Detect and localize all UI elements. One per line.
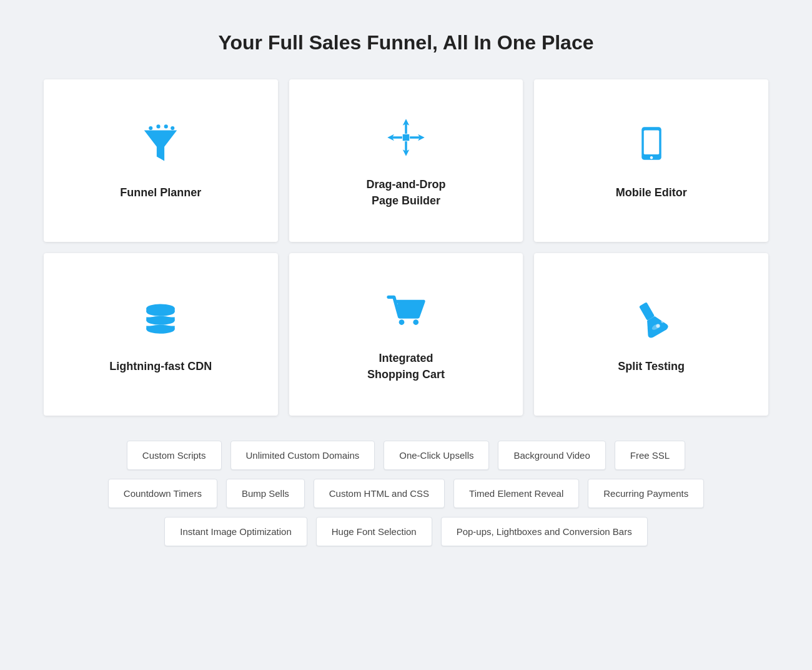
- tags-row-2: Countdown Timers Bump Sells Custom HTML …: [44, 479, 768, 508]
- card-drag-drop-label: Drag-and-Drop Page Builder: [366, 177, 445, 208]
- tag-custom-html-css: Custom HTML and CSS: [314, 479, 445, 508]
- card-cdn-label: Lightning-fast CDN: [109, 359, 212, 374]
- tag-recurring-payments: Recurring Payments: [588, 479, 704, 508]
- tag-popups-lightboxes: Pop-ups, Lightboxes and Conversion Bars: [441, 517, 648, 546]
- move-icon: [384, 116, 428, 159]
- flask-icon: [630, 298, 673, 341]
- tag-huge-font-selection: Huge Font Selection: [316, 517, 432, 546]
- svg-point-29: [661, 320, 663, 322]
- svg-point-2: [157, 124, 161, 128]
- tag-free-ssl: Free SSL: [615, 441, 685, 470]
- card-mobile-editor: Mobile Editor: [534, 79, 768, 242]
- tag-custom-scripts: Custom Scripts: [127, 441, 222, 470]
- card-drag-drop: Drag-and-Drop Page Builder: [289, 79, 523, 242]
- svg-point-24: [399, 319, 405, 325]
- card-shopping-cart: Integrated Shopping Cart: [289, 253, 523, 416]
- svg-point-19: [147, 308, 176, 316]
- svg-rect-6: [405, 124, 407, 134]
- tag-instant-image-optimization: Instant Image Optimization: [164, 517, 307, 546]
- feature-cards-grid: Funnel Planner: [44, 79, 768, 416]
- tag-one-click-upsells: One-Click Upsells: [384, 441, 489, 470]
- database-icon: [139, 298, 182, 341]
- card-cdn: Lightning-fast CDN: [44, 253, 278, 416]
- svg-point-21: [147, 316, 176, 325]
- tag-unlimited-domains: Unlimited Custom Domains: [230, 441, 375, 470]
- card-split-testing-label: Split Testing: [618, 359, 685, 374]
- svg-rect-12: [410, 137, 420, 139]
- card-split-testing: Split Testing: [534, 253, 768, 416]
- tags-row-1: Custom Scripts Unlimited Custom Domains …: [44, 441, 768, 470]
- mobile-icon: [630, 124, 673, 168]
- card-mobile-editor-label: Mobile Editor: [616, 185, 687, 201]
- svg-point-1: [149, 126, 153, 130]
- tag-background-video: Background Video: [498, 441, 605, 470]
- card-shopping-cart-label: Integrated Shopping Cart: [367, 351, 445, 382]
- svg-point-4: [171, 126, 175, 130]
- svg-point-23: [147, 325, 176, 334]
- card-funnel-planner-label: Funnel Planner: [120, 185, 201, 201]
- svg-rect-10: [392, 137, 402, 139]
- svg-point-16: [650, 156, 652, 159]
- tag-countdown-timers: Countdown Timers: [108, 479, 217, 508]
- svg-marker-0: [144, 130, 177, 161]
- svg-rect-8: [405, 141, 407, 151]
- funnel-icon: [139, 124, 182, 168]
- card-funnel-planner: Funnel Planner: [44, 79, 278, 242]
- svg-rect-15: [643, 130, 659, 154]
- cart-icon: [384, 289, 428, 333]
- svg-point-25: [413, 319, 418, 325]
- svg-point-3: [164, 124, 168, 128]
- svg-rect-13: [403, 134, 410, 141]
- tags-row-3: Instant Image Optimization Huge Font Sel…: [44, 517, 768, 546]
- svg-point-28: [656, 324, 660, 328]
- page-title: Your Full Sales Funnel, All In One Place: [44, 31, 768, 54]
- tag-timed-element-reveal: Timed Element Reveal: [453, 479, 579, 508]
- tag-bump-sells: Bump Sells: [226, 479, 305, 508]
- tags-section: Custom Scripts Unlimited Custom Domains …: [44, 441, 768, 546]
